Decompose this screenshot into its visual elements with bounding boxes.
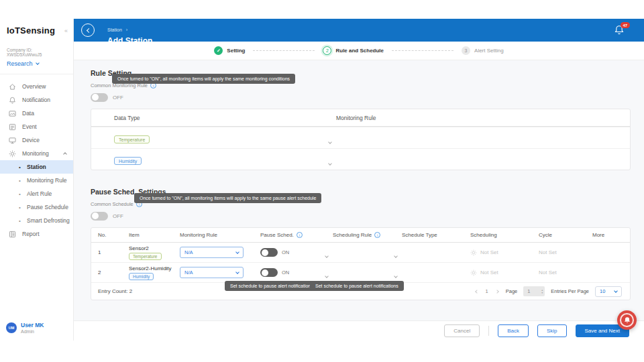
sidebar-item-alert-rule[interactable]: Alert Rule [0, 187, 73, 200]
skip-button[interactable]: Skip [537, 324, 567, 337]
current-page[interactable]: 1 [486, 288, 488, 294]
entry-count: Entry Count: 2 [98, 288, 132, 294]
item-name: Sensor2-Humidity [129, 265, 180, 272]
chevron-down-icon [36, 61, 40, 65]
sidebar-item-monitoring-rule[interactable]: Monitoring Rule [0, 174, 73, 187]
step-rule-and-schedule[interactable]: 2 Rule and Schedule [323, 46, 384, 55]
sidebar-item-smart-defrosting[interactable]: Smart Defrosting [0, 214, 73, 227]
info-icon[interactable] [297, 232, 303, 238]
pagination: 1 Page 1 Entries Per Page 10 [474, 286, 622, 297]
step-label: Rule and Schedule [335, 48, 384, 54]
company-id: Company ID: XWSD5XuWwuJ5 [0, 36, 73, 57]
toggle-state-label: OFF [113, 95, 123, 101]
common-monitoring-rule-toggle[interactable] [91, 93, 108, 102]
sidebar: IoTSensing Company ID: XWSD5XuWwuJ5 Rese… [0, 19, 74, 341]
app-canvas: IoTSensing Company ID: XWSD5XuWwuJ5 Rese… [0, 0, 644, 362]
sidebar-item-label: Station [27, 164, 46, 170]
column-schedule-type: Schedule Type [402, 232, 470, 238]
collapse-sidebar-icon[interactable] [64, 27, 68, 34]
sidebar-item-station[interactable]: Station [0, 160, 73, 174]
back-button[interactable] [81, 23, 95, 37]
user-name: User MK [21, 322, 44, 328]
data-type-tag: Humidity [129, 273, 154, 280]
step-connector [253, 50, 315, 51]
sidebar-item-label: Smart Defrosting [27, 217, 70, 224]
prev-page-icon[interactable] [474, 287, 480, 296]
alarm-bell-icon [624, 316, 631, 324]
column-cycle: Cycle [539, 232, 592, 238]
tooltip-set-schedule-2: Set schedule to pause alert notification… [310, 281, 404, 291]
sidebar-item-label: Overview [22, 83, 46, 90]
user-role: Admin [21, 329, 44, 334]
page-input[interactable]: 1 [523, 286, 545, 296]
row-no: 1 [98, 249, 129, 255]
sidebar-item-label: Monitoring [22, 150, 49, 157]
alert-fab-button[interactable] [617, 310, 637, 330]
sidebar-item-label: Pause Schedule [27, 204, 68, 210]
check-icon [214, 46, 223, 55]
sidebar-item-device[interactable]: Device [0, 133, 73, 147]
stepper-arrows-icon [541, 289, 543, 294]
common-schedule-toggle[interactable] [91, 212, 108, 221]
column-no: No. [98, 232, 129, 238]
row-no: 2 [98, 269, 129, 276]
org-name: Research [7, 60, 33, 67]
data-type-tag: Humidity [114, 157, 142, 165]
wizard-stepper: Setting 2 Rule and Schedule 3 Alert Sett… [74, 42, 644, 60]
chevron-up-icon [63, 152, 67, 156]
gear-icon [470, 269, 477, 276]
alert-ring [620, 313, 634, 327]
monitoring-rule-select[interactable]: N/A [180, 247, 244, 258]
sidebar-item-label: Report [22, 231, 40, 237]
sidebar-item-label: Alert Rule [27, 190, 52, 197]
next-page-icon[interactable] [494, 287, 500, 296]
cancel-button[interactable]: Cancel [444, 324, 480, 337]
content-area: Once turned to "ON", all monitoring item… [74, 60, 644, 320]
cycle-value: Not Set [539, 269, 557, 276]
step-alert-setting[interactable]: 3 Alert Setting [462, 46, 504, 55]
tooltip-set-schedule-1: Set schedule to pause alert notification… [225, 281, 319, 291]
back-button[interactable]: Back [498, 324, 529, 337]
chevron-down-icon [394, 254, 398, 258]
chevron-left-icon [86, 27, 91, 32]
bell-icon [9, 97, 16, 104]
user-profile[interactable]: UM User MK Admin [0, 322, 44, 334]
sidebar-nav: Overview Notification Data Event Device … [0, 74, 73, 241]
sidebar-item-pause-schedule[interactable]: Pause Schedule [0, 200, 73, 214]
sidebar-item-notification[interactable]: Notification [0, 93, 73, 107]
column-scheduling: Scheduling [470, 232, 539, 238]
entries-per-page-select[interactable]: 10 [595, 286, 622, 297]
scheduling-value: Not Set [480, 249, 498, 255]
chevron-down-icon [614, 289, 618, 293]
monitoring-rule-select[interactable]: N/A [180, 267, 244, 278]
column-monitoring-rule: Monitoring Rule [180, 232, 260, 238]
step-connector [392, 50, 453, 51]
rule-setting-table: Data Type Monitoring Rule Temperature Hu… [91, 109, 631, 170]
column-data-type: Data Type [114, 115, 336, 121]
gear-icon [9, 150, 16, 158]
toggle-state-label: ON [282, 249, 289, 255]
pause-sched-toggle[interactable] [260, 268, 278, 277]
pause-sched-toggle[interactable] [260, 248, 278, 257]
page-label: Page [506, 288, 518, 294]
column-pause-sched: Pause Sched. [260, 232, 333, 238]
sidebar-item-overview[interactable]: Overview [0, 80, 73, 93]
step-setting[interactable]: Setting [214, 46, 245, 55]
main-area: Station Add Station 47 Setting 2 Rule an… [74, 19, 644, 341]
sidebar-item-data[interactable]: Data [0, 107, 73, 120]
chevron-down-icon [235, 270, 239, 274]
sidebar-item-report[interactable]: Report [0, 227, 73, 241]
scheduling-value: Not Set [480, 269, 498, 276]
sidebar-item-monitoring[interactable]: Monitoring [0, 147, 73, 160]
column-monitoring-rule: Monitoring Rule [336, 115, 630, 121]
item-name: Sensor2 [129, 245, 180, 251]
breadcrumb[interactable]: Station [107, 27, 122, 32]
step-number: 2 [323, 46, 331, 55]
org-selector[interactable]: Research [0, 57, 73, 74]
divider [488, 326, 489, 336]
data-type-tag: Temperature [114, 135, 150, 143]
sidebar-item-event[interactable]: Event [0, 120, 73, 133]
notification-bell-button[interactable]: 47 [614, 25, 624, 38]
info-icon[interactable] [374, 232, 380, 238]
tooltip-common-schedule: Once turned to "ON", all monitoring item… [134, 193, 321, 203]
